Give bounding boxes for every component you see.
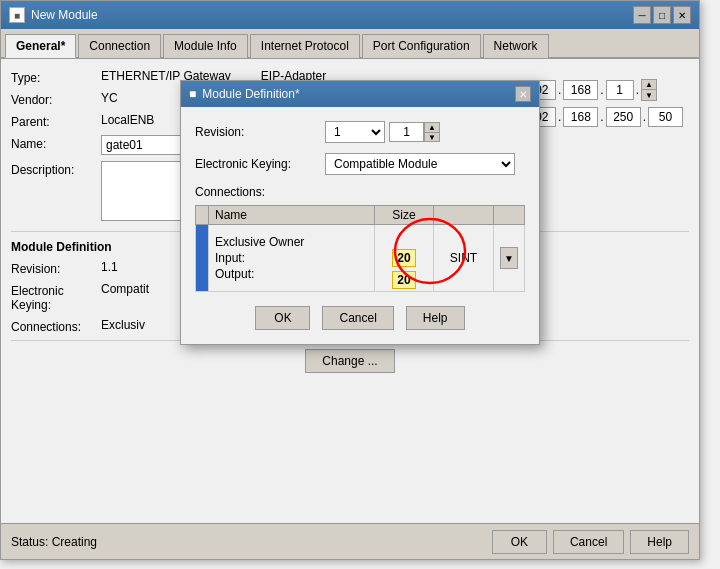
modal-connections-label: Connections: [195, 185, 525, 199]
modal-revision-minor[interactable] [389, 122, 424, 142]
table-header-dropdown [494, 206, 525, 225]
module-definition-modal: ■ Module Definition* ✕ Revision: 1 ▲ [180, 80, 540, 345]
table-header-type [434, 206, 494, 225]
input-row: Input: [215, 251, 368, 265]
modal-title-bar: ■ Module Definition* ✕ [181, 81, 539, 107]
modal-ekey-label: Electronic Keying: [195, 157, 325, 171]
revision-down-arrow[interactable]: ▼ [425, 133, 439, 142]
modal-revision-spinner[interactable]: ▲ ▼ [424, 122, 440, 142]
modal-help-button[interactable]: Help [406, 306, 465, 330]
table-header-indicator [196, 206, 209, 225]
input-label: Input: [215, 251, 245, 265]
modal-content: Revision: 1 ▲ ▼ Electronic Ke [181, 107, 539, 344]
table-row: Exclusive Owner Input: Output: 20 [196, 225, 525, 292]
dropdown-col[interactable]: ▼ [494, 225, 525, 292]
input-size: 20 [392, 249, 415, 267]
modal-icon: ■ [189, 87, 196, 101]
modal-title: Module Definition* [202, 87, 299, 101]
revision-up-arrow[interactable]: ▲ [425, 123, 439, 133]
modal-close-button[interactable]: ✕ [515, 86, 531, 102]
modal-ok-button[interactable]: OK [255, 306, 310, 330]
output-size: 20 [392, 271, 415, 289]
output-row: Output: [215, 267, 368, 281]
connections-table: Name Size Exclusive Owner Input: [195, 205, 525, 292]
modal-cancel-button[interactable]: Cancel [322, 306, 393, 330]
table-header-name: Name [209, 206, 375, 225]
modal-buttons: OK Cancel Help [195, 306, 525, 330]
size-col: 20 20 [375, 225, 434, 292]
modal-revision-row: Revision: 1 ▲ ▼ [195, 121, 525, 143]
modal-overlay: ■ Module Definition* ✕ Revision: 1 ▲ [0, 0, 720, 569]
data-type-col: SINT [434, 225, 494, 292]
table-header-size: Size [375, 206, 434, 225]
modal-revision-label: Revision: [195, 125, 325, 139]
row-indicator [196, 225, 209, 292]
row-dropdown-button[interactable]: ▼ [500, 247, 518, 269]
output-label: Output: [215, 267, 254, 281]
row-name: Exclusive Owner [215, 235, 368, 249]
modal-ekey-row: Electronic Keying: Compatible Module Exa… [195, 153, 525, 175]
modal-revision-select[interactable]: 1 [325, 121, 385, 143]
row-name-cell: Exclusive Owner Input: Output: [209, 225, 375, 292]
modal-ekey-select[interactable]: Compatible Module Exact Match Disable Ke… [325, 153, 515, 175]
